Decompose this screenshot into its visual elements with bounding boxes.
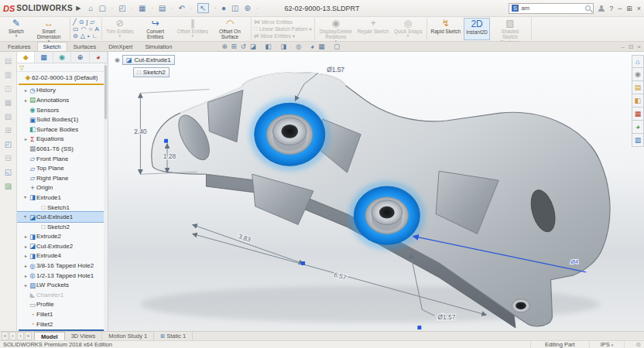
tree-item-tapped-hole1[interactable]: ▸◎1/2-13 Tapped Hole1 — [17, 271, 108, 281]
next-tab-icon[interactable]: › — [17, 332, 24, 340]
help-button[interactable]: ? — [609, 5, 613, 12]
displaymanager-tab-icon[interactable]: ◕ — [90, 52, 108, 63]
tree-item-equations[interactable]: ▸ΣEquations — [17, 135, 108, 145]
tree-item-sketch2[interactable]: □Sketch2 — [17, 222, 108, 232]
tab-features[interactable]: Features — [2, 42, 37, 51]
text-tool-icon[interactable]: A — [94, 26, 98, 32]
view-palette-tab-icon[interactable]: ▦ — [632, 107, 644, 121]
vertex-marker[interactable] — [417, 326, 421, 329]
tree-scrollbar[interactable] — [104, 63, 108, 331]
breadcrumb-feature[interactable]: ◪ Cut-Extrude1 — [122, 55, 175, 65]
tree-item-right-plane[interactable]: ▱Right Plane — [17, 173, 108, 183]
doc-restore-icon[interactable]: ⊡ — [629, 43, 634, 50]
doc-minimize-icon[interactable]: – — [621, 43, 624, 50]
expand-icon[interactable]: ▸ — [23, 214, 29, 220]
tree-item-tapped-hole2[interactable]: ▸◎3/8-16 Tapped Hole2 — [17, 261, 108, 271]
expand-icon[interactable]: ▸ — [23, 282, 29, 288]
display-delete-relations-button[interactable]: ◉ Display/Delete Relations ▾ — [317, 18, 355, 40]
model-canvas[interactable]: Ø1.57 2.40 1.28 3.83 6.57 Ø1.57 Ø4 — [108, 52, 644, 331]
vertex-marker[interactable] — [164, 139, 168, 143]
breadcrumb-sketch[interactable]: □ Sketch2 — [133, 67, 170, 77]
hole-boss1[interactable] — [281, 125, 298, 138]
apply-scene-icon[interactable]: ▦ — [318, 43, 324, 50]
edit-appearance-icon[interactable]: ◕ — [310, 43, 314, 50]
tree-item-front-plane[interactable]: ▱Front Plane — [17, 154, 108, 164]
rollback-bar[interactable] — [19, 329, 106, 331]
tree-item-history[interactable]: ▸◷History — [17, 86, 108, 96]
tree-item-sensors[interactable]: ◉Sensors — [17, 105, 108, 115]
expand-icon[interactable]: ▸ — [23, 253, 29, 258]
dim-height[interactable]: 2.40 — [134, 128, 147, 135]
expand-icon[interactable]: ▸ — [23, 234, 29, 239]
offset-entities-button[interactable]: ∥ Offset Entities ▾ — [176, 18, 210, 40]
expand-icon[interactable]: ▸ — [23, 136, 29, 142]
tab-dimxpert[interactable]: DimXpert — [102, 42, 139, 51]
instant2d-button[interactable]: 2D Instant2D — [464, 18, 490, 40]
tree-item-fillet2[interactable]: ◔Fillet2 — [17, 319, 108, 329]
status-tag-icon[interactable]: ⊙ — [624, 341, 641, 348]
zoom-to-fit-icon[interactable]: ⊕ — [221, 43, 227, 50]
toolbar-flyout-icon[interactable]: ▶ — [76, 5, 80, 12]
configurationmanager-tab-icon[interactable]: ◉ — [53, 52, 71, 63]
dim-bottom-hole[interactable]: Ø1.57 — [438, 313, 456, 321]
print-icon[interactable]: ▤ — [159, 4, 166, 12]
previous-view-icon[interactable]: ↺ — [241, 43, 246, 50]
tree-item-extrude2[interactable]: ▸◨Extrude2 — [17, 232, 108, 242]
smart-dimension-button[interactable]: ↔ Smart Dimension ▾ — [30, 18, 67, 40]
move-entities-button[interactable]: ⇄ Move Entities ▾ — [254, 33, 312, 39]
vertex-marker[interactable] — [301, 261, 305, 265]
fillet-tool-icon[interactable]: ∟ — [92, 33, 98, 39]
tab-model[interactable]: Model — [34, 332, 65, 341]
appearances-tab-icon[interactable]: ◕ — [632, 121, 644, 134]
tree-item-top-plane[interactable]: ▱Top Plane — [17, 163, 108, 173]
tab-sketch[interactable]: Sketch — [37, 42, 67, 51]
tab-3d-views[interactable]: 3D Views — [65, 332, 103, 340]
dim-total-span[interactable]: 6.57 — [333, 271, 348, 281]
boss-bottom[interactable] — [348, 181, 425, 250]
viewport-layout-icon[interactable]: ◫ — [231, 4, 238, 12]
home-icon[interactable]: ⌂ — [88, 4, 93, 12]
expand-icon[interactable]: ▸ — [23, 273, 29, 278]
dim-drag[interactable]: Ø4 — [570, 258, 578, 265]
left-tool-icon-4[interactable]: ▦ — [5, 98, 12, 107]
minimize-button[interactable]: – — [618, 5, 622, 12]
repair-sketch-button[interactable]: + Repair Sketch — [356, 18, 391, 40]
filter-funnel-icon[interactable]: ▽ — [19, 64, 24, 71]
view-orientation-icon[interactable]: ◧ — [265, 43, 272, 50]
dimxpertmanager-tab-icon[interactable]: ⊕ — [71, 52, 89, 63]
tree-item-extrude4[interactable]: ▸◨Extrude4 — [17, 251, 108, 261]
shaded-sketch-contours-button[interactable]: ▨ Shaded Sketch Contours — [492, 18, 529, 40]
tree-item-cut-extrude2[interactable]: ▸◪Cut-Extrude2 — [17, 241, 108, 251]
tree-item-lw-pockets[interactable]: ▸▥LW Pockets — [17, 280, 108, 290]
left-tool-icon-3[interactable]: ◫ — [5, 84, 12, 93]
featuremanager-tab-icon[interactable]: ◆ — [17, 52, 35, 63]
tree-item-extrude1[interactable]: ▸◨Extrude1 — [17, 193, 108, 203]
graphics-viewport[interactable]: ◉ ◪ Cut-Extrude1 □ Sketch2 — [108, 52, 644, 331]
polygon-tool-icon[interactable]: △ — [80, 33, 85, 39]
left-tool-icon-5[interactable]: ▧ — [5, 112, 12, 121]
dim-line-3-83[interactable] — [193, 225, 303, 264]
dim-mid-span[interactable]: 3.83 — [238, 232, 252, 244]
tree-item-fillet1[interactable]: ◔Fillet1 — [17, 309, 108, 319]
rectangle-tool-icon[interactable]: ▭ — [73, 26, 79, 32]
custom-properties-tab-icon[interactable]: ▥ — [632, 134, 644, 147]
point-tool-icon[interactable]: • — [87, 33, 90, 39]
expand-icon[interactable]: ▸ — [23, 97, 29, 103]
zoom-to-area-icon[interactable]: ⊞ — [231, 43, 237, 50]
tree-item-profile[interactable]: ▭Profile — [17, 300, 108, 310]
save-icon[interactable]: ▦ — [139, 4, 146, 12]
foot-tapped-hole[interactable] — [512, 299, 530, 312]
left-tool-icon-10[interactable]: ▨ — [5, 182, 12, 190]
tree-item-cut-extrude1[interactable]: ▸◪Cut-Extrude1 — [17, 212, 108, 222]
tree-item-sketch1[interactable]: □Sketch1 — [17, 203, 108, 213]
breadcrumb-pin-icon[interactable]: ◉ — [115, 56, 120, 63]
convert-entities-button[interactable]: ↪ Convert Entities — [137, 18, 174, 40]
arc-tool-icon[interactable]: ◠ — [81, 26, 87, 32]
options-gear-icon[interactable]: ⊛ — [245, 4, 251, 12]
user-account-icon[interactable] — [598, 5, 605, 12]
prev-tab-icon[interactable]: ‹ — [9, 332, 16, 340]
trim-entities-button[interactable]: ⊘ Trim Entities ▾ — [104, 18, 135, 40]
tree-scrollbar-thumb[interactable] — [104, 65, 107, 119]
search-box[interactable]: S — [509, 3, 594, 14]
restore-button[interactable]: ⊞ — [626, 5, 632, 12]
